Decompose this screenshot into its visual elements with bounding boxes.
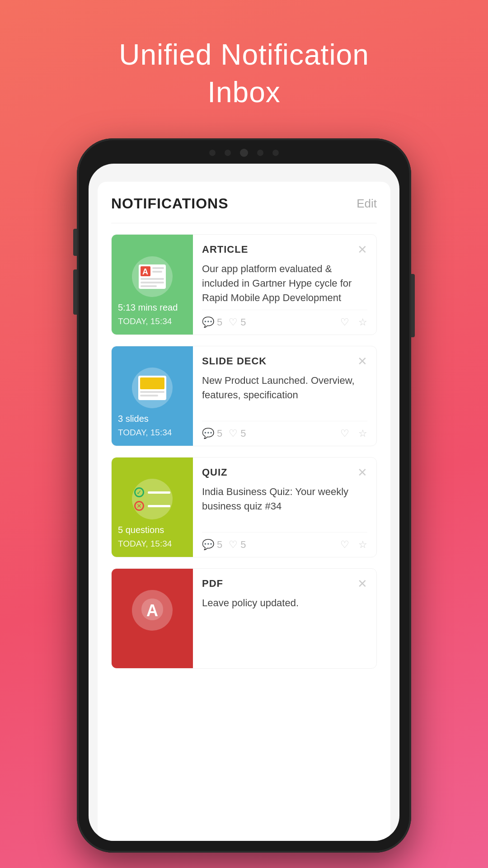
- camera-dot-4: [272, 150, 279, 156]
- like-icon-article: ♡: [229, 316, 238, 328]
- comment-count-quiz: 5: [217, 539, 222, 551]
- comment-group-article[interactable]: 💬 5: [202, 316, 222, 328]
- svg-rect-3: [152, 267, 164, 269]
- slide-icon-bg: [132, 368, 173, 408]
- quiz-text: India Business Quiz: Your weekly busines…: [202, 485, 367, 528]
- close-quiz-button[interactable]: ✕: [357, 467, 367, 478]
- card-actions-right-article: ♡ ☆: [340, 316, 367, 328]
- quiz-line-2: [148, 505, 170, 507]
- page-title: Unified Notification Inbox: [119, 36, 369, 111]
- phone-mockup: NOTIFICATIONS Edit A: [77, 138, 411, 853]
- card-header-pdf: PDF ✕: [202, 578, 367, 590]
- heart-icon-slide[interactable]: ♡: [340, 428, 349, 439]
- star-icon-quiz[interactable]: ☆: [358, 539, 367, 551]
- close-article-button[interactable]: ✕: [357, 244, 367, 255]
- thumbnail-meta-slide: 3 slides TODAY, 15:34: [118, 411, 187, 439]
- svg-rect-7: [141, 285, 157, 287]
- notification-card-slide[interactable]: 3 slides TODAY, 15:34 SLIDE DECK ✕ New P…: [111, 346, 377, 446]
- card-type-slide: SLIDE DECK: [202, 355, 267, 367]
- quiz-icon: ✓ ✕: [134, 487, 170, 511]
- thumbnail-pdf: A: [112, 569, 193, 668]
- star-icon-article[interactable]: ☆: [358, 316, 367, 328]
- edit-button[interactable]: Edit: [357, 197, 377, 211]
- slide-text: New Product Launched. Overview, features…: [202, 373, 367, 416]
- comment-count-slide: 5: [217, 428, 222, 439]
- card-type-quiz: QUIZ: [202, 467, 228, 478]
- svg-rect-5: [141, 278, 164, 280]
- comment-group-quiz[interactable]: 💬 5: [202, 539, 222, 551]
- card-content-pdf: PDF ✕ Leave policy updated.: [193, 569, 376, 668]
- quiz-row-wrong: ✕: [134, 501, 170, 511]
- camera-main: [240, 149, 248, 157]
- pdf-icon-bg: A: [132, 590, 173, 631]
- notifications-title: NOTIFICATIONS: [111, 195, 229, 212]
- quiz-line-1: [148, 491, 170, 494]
- phone-btn-volume-down: [73, 269, 77, 315]
- card-content-article: ARTICLE ✕ Our app platform evaluated & i…: [193, 235, 376, 335]
- pdf-text: Leave policy updated.: [202, 596, 367, 668]
- phone-bezel: NOTIFICATIONS Edit A: [77, 138, 411, 853]
- thumbnail-article: A 5:13 mins read TODAY, 15:34: [112, 235, 193, 335]
- card-actions-right-quiz: ♡ ☆: [340, 539, 367, 551]
- like-count-slide: 5: [240, 428, 246, 439]
- like-group-quiz[interactable]: ♡ 5: [229, 539, 246, 551]
- slide-icon: [138, 376, 166, 400]
- card-footer-quiz: 💬 5 ♡ 5 ♡ ☆: [202, 532, 367, 557]
- article-icon: A: [139, 264, 166, 289]
- like-icon-quiz: ♡: [229, 539, 238, 551]
- notification-card-quiz[interactable]: ✓ ✕ 5 questions TODAY, 1: [111, 457, 377, 557]
- like-icon-slide: ♡: [229, 428, 238, 439]
- notification-card-pdf[interactable]: A PDF ✕ Leave policy updated.: [111, 568, 377, 669]
- notifications-header: NOTIFICATIONS Edit: [111, 195, 377, 212]
- svg-rect-11: [140, 395, 158, 396]
- svg-rect-6: [141, 282, 164, 283]
- card-footer-article: 💬 5 ♡ 5 ♡ ☆: [202, 310, 367, 335]
- pdf-svg: A: [140, 597, 165, 624]
- card-header-article: ARTICLE ✕: [202, 244, 367, 255]
- card-footer-slide: 💬 5 ♡ 5 ♡ ☆: [202, 421, 367, 446]
- thumbnail-slide: 3 slides TODAY, 15:34: [112, 346, 193, 446]
- card-content-quiz: QUIZ ✕ India Business Quiz: Your weekly …: [193, 458, 376, 557]
- phone-notch: [176, 146, 312, 159]
- comment-group-slide[interactable]: 💬 5: [202, 428, 222, 439]
- thumbnail-meta-article: 5:13 mins read TODAY, 15:34: [118, 300, 187, 328]
- svg-text:A: A: [142, 267, 148, 276]
- like-group-slide[interactable]: ♡ 5: [229, 428, 246, 439]
- heart-icon-article[interactable]: ♡: [340, 316, 349, 328]
- card-actions-left-slide: 💬 5 ♡ 5: [202, 428, 246, 439]
- quiz-icon-bg: ✓ ✕: [132, 479, 173, 519]
- svg-rect-9: [140, 377, 164, 389]
- star-icon-slide[interactable]: ☆: [358, 428, 367, 439]
- comment-count-article: 5: [217, 316, 222, 328]
- card-actions-left-article: 💬 5 ♡ 5: [202, 316, 246, 328]
- phone-btn-power: [411, 274, 415, 337]
- camera-dot-1: [209, 150, 216, 156]
- svg-rect-4: [152, 271, 162, 273]
- card-actions-right-slide: ♡ ☆: [340, 428, 367, 439]
- article-text: Our app platform evaluated & included in…: [202, 262, 367, 305]
- comment-icon-article: 💬: [202, 316, 214, 328]
- heart-icon-quiz[interactable]: ♡: [340, 539, 349, 551]
- header-divider: [111, 223, 377, 223]
- comment-icon-quiz: 💬: [202, 539, 214, 551]
- card-type-article: ARTICLE: [202, 244, 248, 255]
- quiz-row-correct: ✓: [134, 487, 170, 497]
- svg-rect-10: [140, 391, 164, 393]
- pdf-icon: A: [140, 597, 165, 624]
- quiz-circle-correct: ✓: [134, 487, 144, 497]
- camera-dot-3: [257, 150, 263, 156]
- phone-screen: NOTIFICATIONS Edit A: [89, 164, 399, 841]
- card-header-slide: SLIDE DECK ✕: [202, 355, 367, 367]
- like-group-article[interactable]: ♡ 5: [229, 316, 246, 328]
- camera-dot-2: [225, 150, 231, 156]
- article-icon-bg: A: [132, 256, 173, 297]
- like-count-article: 5: [240, 316, 246, 328]
- card-type-pdf: PDF: [202, 578, 223, 590]
- card-content-slide: SLIDE DECK ✕ New Product Launched. Overv…: [193, 346, 376, 446]
- close-pdf-button[interactable]: ✕: [357, 578, 367, 590]
- close-slide-button[interactable]: ✕: [357, 355, 367, 367]
- quiz-circle-wrong: ✕: [134, 501, 144, 511]
- phone-btn-volume-up: [73, 229, 77, 256]
- card-header-quiz: QUIZ ✕: [202, 467, 367, 478]
- notification-card-article[interactable]: A 5:13 mins read TODAY, 15:34: [111, 234, 377, 335]
